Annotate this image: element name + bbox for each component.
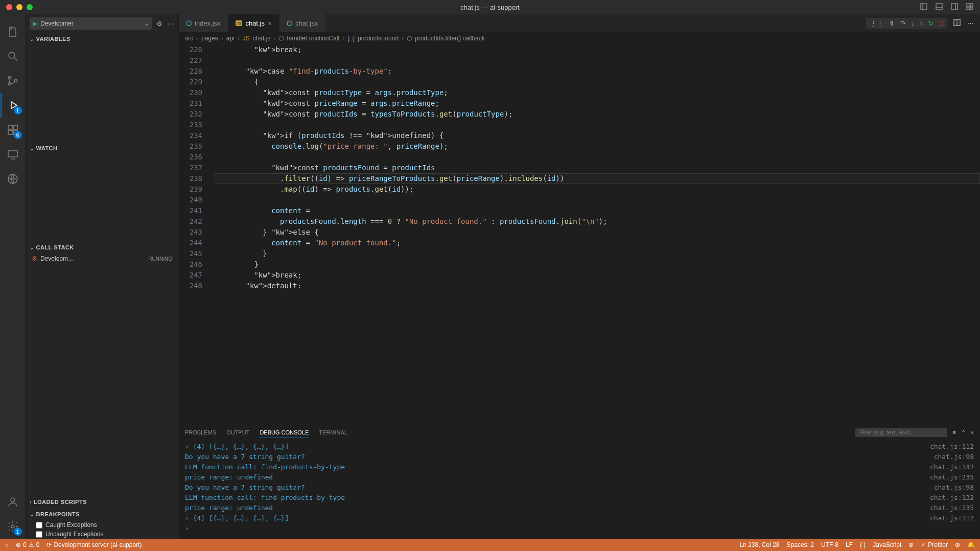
running-status: RUNNING xyxy=(148,256,172,262)
maximize-window[interactable] xyxy=(27,4,33,10)
activity-bar: 1 6 1 xyxy=(0,14,26,539)
step-out-icon[interactable]: ↑ xyxy=(920,19,923,27)
react-icon: ⬡ xyxy=(287,19,292,27)
tab-chat-js[interactable]: JS chat.js × xyxy=(228,14,280,32)
copilot-icon[interactable]: ⊕ xyxy=(908,541,914,548)
minimize-window[interactable] xyxy=(16,4,22,10)
panel-tab-debug-console[interactable]: DEBUG CONSOLE xyxy=(260,427,309,438)
window-title: chat.js — ai-support xyxy=(460,4,520,11)
layout-icon[interactable] xyxy=(966,3,974,12)
console-input-prompt[interactable]: › xyxy=(185,523,974,534)
breakpoints-header[interactable]: ⌄BREAKPOINTS xyxy=(26,508,178,520)
panel-bottom-icon[interactable] xyxy=(935,3,943,12)
bell-icon[interactable]: 🔔 xyxy=(967,541,975,548)
eol-status[interactable]: LF xyxy=(846,541,853,548)
code-editor[interactable]: 2262272282292302312322332342352362372382… xyxy=(179,44,980,424)
loaded-scripts-header[interactable]: ›LOADED SCRIPTS xyxy=(26,496,178,508)
svg-line-11 xyxy=(14,58,17,61)
remote-icon[interactable] xyxy=(1,142,25,167)
panel-right-icon[interactable] xyxy=(950,3,959,12)
variables-header[interactable]: ⌄VARIABLES xyxy=(26,33,178,45)
explorer-icon[interactable] xyxy=(1,19,25,44)
step-into-icon[interactable]: ↓ xyxy=(911,19,915,27)
callstack-row[interactable]: ⚙ Developm… RUNNING xyxy=(26,254,178,264)
gear-config-icon[interactable]: ⚙ xyxy=(156,20,162,28)
tab-index-jsx[interactable]: ⬡ index.jsx xyxy=(179,14,228,32)
uncaught-exceptions-checkbox[interactable]: Uncaught Exceptions xyxy=(26,530,178,539)
split-editor-icon[interactable] xyxy=(953,18,961,28)
svg-point-23 xyxy=(11,498,15,502)
prettier-status[interactable]: ✓Prettier xyxy=(921,541,948,548)
extensions-icon[interactable]: 6 xyxy=(1,118,25,142)
console-source-link[interactable]: chat.js:235 xyxy=(930,472,974,483)
close-window[interactable] xyxy=(6,4,12,10)
braces-icon[interactable]: { } xyxy=(860,541,866,548)
bug-icon: ⚙ xyxy=(32,255,37,262)
watch-header[interactable]: ⌄WATCH xyxy=(26,142,178,154)
svg-rect-9 xyxy=(970,7,973,10)
js-icon: JS xyxy=(236,20,243,26)
search-icon[interactable] xyxy=(1,44,25,68)
console-source-link[interactable]: chat.js:235 xyxy=(930,503,974,513)
svg-rect-20 xyxy=(8,151,17,157)
extensions-badge: 6 xyxy=(14,131,22,139)
more-icon[interactable]: ⋯ xyxy=(168,20,174,28)
remote-status[interactable]: ⟐ xyxy=(5,541,9,548)
breadcrumbs[interactable]: src› pages› api› JS chat.js› ⬡handleFunc… xyxy=(179,32,980,44)
checkbox[interactable] xyxy=(36,522,42,529)
account-icon[interactable] xyxy=(1,490,25,514)
start-debug-icon[interactable]: ▶ xyxy=(33,20,37,27)
console-filter-input[interactable] xyxy=(855,428,947,437)
svg-rect-8 xyxy=(967,7,969,10)
checkbox[interactable] xyxy=(36,531,42,538)
svg-rect-2 xyxy=(936,4,942,10)
source-control-icon[interactable] xyxy=(1,68,25,93)
code-content[interactable]: "kw">break; "kw">case "find-products-by-… xyxy=(215,44,980,424)
cursor-position[interactable]: Ln 238, Col 28 xyxy=(739,541,779,548)
pause-icon[interactable]: ⏸ xyxy=(889,19,895,27)
feedback-icon[interactable]: ⊕ xyxy=(955,541,960,548)
more-actions-icon[interactable]: ⋯ xyxy=(967,19,974,27)
svg-rect-7 xyxy=(970,4,973,6)
encoding-status[interactable]: UTF-8 xyxy=(821,541,838,548)
console-source-link[interactable]: chat.js:98 xyxy=(934,483,974,493)
panel-tab-problems[interactable]: PROBLEMS xyxy=(185,427,216,438)
step-over-icon[interactable]: ↷ xyxy=(900,19,906,27)
console-source-link[interactable]: chat.js:112 xyxy=(930,513,974,523)
close-tab-icon[interactable]: × xyxy=(268,19,272,28)
indent-status[interactable]: Spaces: 2 xyxy=(787,541,814,548)
callstack-header[interactable]: ⌄CALL STACK xyxy=(26,241,178,254)
svg-rect-0 xyxy=(921,4,927,10)
gear-icon[interactable]: 1 xyxy=(1,514,25,539)
errors-status[interactable]: ⊗0⚠0 xyxy=(16,541,39,548)
run-config-dropdown[interactable]: ▶ Developmer ⌄ xyxy=(30,17,152,30)
console-source-link[interactable]: chat.js:132 xyxy=(930,493,974,503)
drag-handle-icon[interactable]: ⋮⋮ xyxy=(870,19,883,27)
debug-console-output[interactable]: › (4) [{…}, {…}, {…}, {…}]chat.js:112 Do… xyxy=(179,441,980,539)
console-source-link[interactable]: chat.js:132 xyxy=(930,462,974,472)
svg-rect-16 xyxy=(8,125,12,129)
restart-icon[interactable]: ↻ xyxy=(928,19,934,27)
browser-icon[interactable] xyxy=(1,167,25,191)
run-debug-icon[interactable]: 1 xyxy=(1,93,25,118)
stop-icon[interactable]: □ xyxy=(939,19,943,27)
view-mode-icon[interactable]: ≡ xyxy=(952,429,955,435)
editor-area: ⬡ index.jsx JS chat.js × ⬡ chat.jsx ⋮⋮ ⏸… xyxy=(179,14,980,539)
caught-exceptions-checkbox[interactable]: Caught Exceptions xyxy=(26,520,178,530)
traffic-lights xyxy=(6,4,33,10)
panel-left-icon[interactable] xyxy=(920,3,928,12)
panel-tab-terminal[interactable]: TERMINAL xyxy=(319,427,347,438)
svg-rect-18 xyxy=(8,130,12,134)
task-status[interactable]: ⟳Development server (ai-support) xyxy=(46,541,142,548)
svg-rect-4 xyxy=(951,4,958,10)
tab-chat-jsx[interactable]: ⬡ chat.jsx xyxy=(279,14,325,32)
console-source-link[interactable]: chat.js:112 xyxy=(930,442,974,452)
console-source-link[interactable]: chat.js:98 xyxy=(934,452,974,462)
gear-badge: 1 xyxy=(14,527,22,536)
chevron-up-icon[interactable]: ⌃ xyxy=(961,429,966,436)
close-panel-icon[interactable]: × xyxy=(971,429,974,435)
language-status[interactable]: JavaScript xyxy=(873,541,901,548)
titlebar: chat.js — ai-support xyxy=(0,0,980,14)
panel-tab-output[interactable]: OUTPUT xyxy=(226,427,249,438)
svg-point-13 xyxy=(8,83,11,85)
